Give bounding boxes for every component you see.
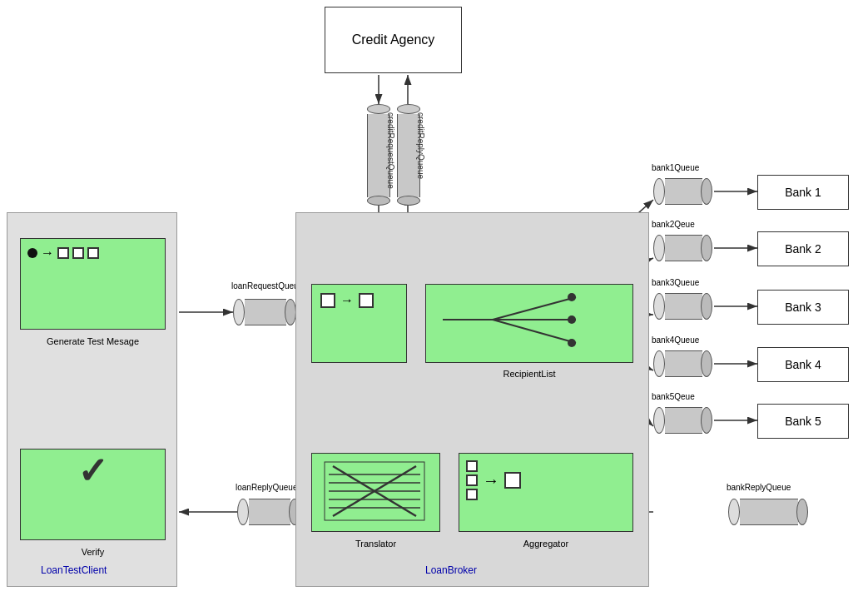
hcyl-cap-left xyxy=(653,350,665,377)
hcyl-cap-left xyxy=(653,178,665,205)
hcyl-body xyxy=(740,499,798,525)
router-sq2 xyxy=(359,293,374,308)
diagram-canvas: Credit Agency creditRequestQueue creditR… xyxy=(0,0,868,606)
hcyl-cap-right xyxy=(701,407,712,434)
agg-arrow-icon: → xyxy=(483,471,499,490)
bank2-queue-cylinder xyxy=(653,235,712,261)
loan-broker-label: LoanBroker xyxy=(425,564,477,576)
hcyl-body xyxy=(665,178,702,205)
bank1-queue-cylinder xyxy=(653,178,712,205)
hcyl-body xyxy=(249,499,290,525)
bank4-box: Bank 4 xyxy=(757,347,849,382)
bank3-queue-label: bank3Queue xyxy=(652,278,699,287)
vcyl-cap-bottom xyxy=(397,196,420,206)
hcyl-body xyxy=(665,407,702,434)
loan-reply-queue-label: loanReplyQueue xyxy=(236,483,298,492)
hcyl-cap-right xyxy=(701,178,712,205)
loan-broker-panel: LoanBroker → xyxy=(295,212,649,587)
hcyl-cap-left xyxy=(653,293,665,320)
hcyl-cap-right xyxy=(796,499,808,525)
recipient-list-icon xyxy=(426,285,626,355)
hcyl-body xyxy=(245,299,286,325)
loan-test-client-panel: LoanTestClient → Generate Test Mesage ✓ … xyxy=(7,212,177,587)
bank5-queue-label: bank5Qeue xyxy=(652,392,695,401)
agg-result-sq xyxy=(504,472,521,489)
svg-point-31 xyxy=(568,293,576,301)
loan-reply-queue-cylinder xyxy=(237,499,300,525)
loan-test-client-label: LoanTestClient xyxy=(41,564,107,576)
router-arrow: → xyxy=(340,293,354,308)
credit-agency-label: Credit Agency xyxy=(352,32,435,47)
agg-sq3 xyxy=(466,489,478,500)
arrow-icon: → xyxy=(41,246,54,261)
generate-test-message-label: Generate Test Mesage xyxy=(20,336,166,346)
bank5-queue-cylinder xyxy=(653,407,712,434)
credit-agency-box: Credit Agency xyxy=(325,7,462,73)
agg-squares xyxy=(466,460,478,500)
hcyl-cap-right xyxy=(701,235,712,261)
verify-inner: ✓ xyxy=(21,450,165,492)
agg-sq2 xyxy=(466,474,478,486)
hcyl-cap-right xyxy=(285,299,296,325)
aggregator-label: Aggregator xyxy=(459,539,633,549)
bank3-queue-cylinder xyxy=(653,293,712,320)
bank-reply-queue-cylinder xyxy=(728,499,808,525)
small-square-2 xyxy=(72,247,84,259)
bank2-box: Bank 2 xyxy=(757,231,849,266)
verify-box: ✓ xyxy=(20,449,166,540)
bank4-queue-label: bank4Queue xyxy=(652,335,699,345)
recipient-list-box xyxy=(425,284,633,363)
bank1-box: Bank 1 xyxy=(757,175,849,210)
bank3-box: Bank 3 xyxy=(757,290,849,325)
router-sq xyxy=(320,293,335,308)
translator-label: Translator xyxy=(311,539,440,549)
svg-point-33 xyxy=(568,339,576,347)
vcyl-cap-bottom xyxy=(367,196,390,206)
hcyl-body xyxy=(665,235,702,261)
bank5-box: Bank 5 xyxy=(757,404,849,439)
small-square-1 xyxy=(57,247,69,259)
small-square-3 xyxy=(87,247,99,259)
black-dot xyxy=(27,248,37,258)
checkmark-icon: ✓ xyxy=(77,450,108,492)
credit-request-queue-label: creditRequestQueue xyxy=(386,112,395,189)
hcyl-cap-left xyxy=(728,499,740,525)
hcyl-cap-right xyxy=(701,350,712,377)
router-box: → xyxy=(311,284,407,363)
hcyl-cap-left xyxy=(237,499,249,525)
hcyl-cap-right xyxy=(701,293,712,320)
bank4-queue-cylinder xyxy=(653,350,712,377)
translator-icon xyxy=(312,454,437,529)
credit-reply-queue-label: creditReplyQueue xyxy=(416,112,425,179)
svg-line-28 xyxy=(493,297,576,320)
aggregator-box: → xyxy=(459,453,633,532)
hcyl-cap-left xyxy=(653,235,665,261)
aggregator-inner: → xyxy=(459,454,632,507)
router-inner: → xyxy=(312,285,406,316)
generate-test-message-box: → xyxy=(20,238,166,330)
hcyl-cap-left xyxy=(233,299,245,325)
svg-line-30 xyxy=(493,320,576,343)
loan-request-queue-cylinder xyxy=(233,299,296,325)
translator-box xyxy=(311,453,440,532)
hcyl-cap-left xyxy=(653,407,665,434)
bank1-queue-label: bank1Queue xyxy=(652,163,699,172)
svg-point-32 xyxy=(568,315,576,324)
hcyl-body xyxy=(665,350,702,377)
bank2-queue-label: bank2Qeue xyxy=(652,220,695,229)
hcyl-body xyxy=(665,293,702,320)
bank-reply-queue-label: bankReplyQueue xyxy=(727,483,791,492)
loan-request-queue-label: loanRequestQueue xyxy=(231,281,303,291)
generate-msg-inner: → xyxy=(21,239,165,267)
agg-sq1 xyxy=(466,460,478,472)
recipient-list-label: RecipientList xyxy=(425,369,633,379)
verify-label: Verify xyxy=(20,547,166,557)
